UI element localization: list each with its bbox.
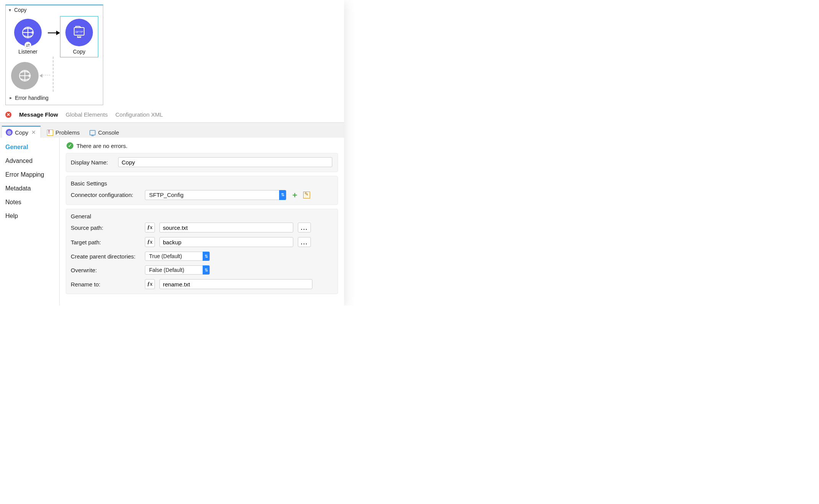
node-listener-label: Listener bbox=[18, 49, 37, 55]
panel-tab-problems-label: Problems bbox=[55, 129, 80, 136]
create-parent-value: True (Default) bbox=[149, 253, 203, 259]
error-indicator-icon: ✕ bbox=[5, 112, 11, 118]
property-side-nav: General Advanced Error Mapping Metadata … bbox=[0, 138, 59, 306]
sidebar-item-metadata[interactable]: Metadata bbox=[5, 185, 54, 192]
flow-arrow-icon bbox=[48, 33, 59, 33]
overwrite-value: False (Default) bbox=[149, 267, 203, 273]
problems-icon bbox=[47, 130, 53, 136]
source-path-input[interactable] bbox=[159, 223, 293, 232]
collapse-icon: ▼ bbox=[8, 8, 12, 12]
chevron-updown-icon: ⇅ bbox=[279, 190, 286, 200]
error-handling-label: Error handling bbox=[15, 95, 49, 101]
panel-tab-console-label: Console bbox=[98, 129, 119, 136]
sidebar-item-help[interactable]: Help bbox=[5, 213, 54, 219]
rename-to-input[interactable] bbox=[159, 279, 312, 289]
flow-container[interactable]: ▼ Copy ⇄ Listener bbox=[5, 5, 103, 105]
connector-config-select[interactable]: SFTP_Config ⇅ bbox=[145, 190, 286, 200]
fx-button-rename[interactable]: ƒx bbox=[145, 279, 155, 289]
add-config-button[interactable]: ＋ bbox=[291, 190, 299, 200]
lane-divider-icon bbox=[53, 57, 54, 92]
panel-tab-console[interactable]: Console bbox=[86, 127, 123, 138]
sidebar-item-general[interactable]: General bbox=[5, 144, 54, 151]
target-path-input[interactable] bbox=[159, 237, 293, 247]
panel-tab-copy[interactable]: ◎ Copy ✕ bbox=[2, 126, 41, 138]
chevron-updown-icon: ⇅ bbox=[203, 252, 210, 261]
expand-icon: ▼ bbox=[8, 96, 13, 100]
error-listener-icon bbox=[11, 62, 39, 89]
node-listener[interactable]: ⇄ Listener bbox=[9, 19, 47, 55]
panel-tab-copy-label: Copy bbox=[15, 129, 28, 136]
general-section-title: General bbox=[71, 213, 333, 219]
connector-config-label: Connector configuration: bbox=[71, 192, 140, 198]
status-bar: ✓ There are no errors. bbox=[66, 141, 338, 153]
browse-button-source[interactable]: ... bbox=[298, 223, 311, 232]
target-path-label: Target path: bbox=[71, 239, 140, 245]
node-error-listener[interactable] bbox=[11, 62, 39, 89]
fx-button-target[interactable]: ƒx bbox=[145, 237, 155, 247]
tab-global-elements[interactable]: Global Elements bbox=[66, 111, 108, 118]
connector-config-value: SFTP_Config bbox=[149, 192, 184, 198]
sidebar-item-notes[interactable]: Notes bbox=[5, 199, 54, 206]
sidebar-item-error-mapping[interactable]: Error Mapping bbox=[5, 171, 54, 178]
source-path-label: Source path: bbox=[71, 224, 140, 231]
svg-text:SFTP: SFTP bbox=[75, 30, 83, 34]
overwrite-select[interactable]: False (Default) ⇅ bbox=[145, 265, 210, 275]
tab-message-flow[interactable]: Message Flow bbox=[19, 111, 58, 118]
node-copy[interactable]: SFTP Copy bbox=[60, 16, 98, 57]
flow-header[interactable]: ▼ Copy bbox=[6, 5, 103, 13]
swap-icon: ⇄ bbox=[24, 42, 31, 49]
status-text: There are no errors. bbox=[76, 143, 127, 149]
rename-to-label: Rename to: bbox=[71, 281, 140, 288]
flow-title: Copy bbox=[14, 7, 27, 13]
overwrite-label: Overwrite: bbox=[71, 267, 140, 273]
error-handling-toggle[interactable]: ▼ Error handling bbox=[6, 93, 103, 102]
dashed-arrow-icon bbox=[41, 75, 50, 76]
browse-button-target[interactable]: ... bbox=[298, 237, 311, 247]
sftp-copy-icon: SFTP bbox=[65, 19, 93, 46]
fx-button-source[interactable]: ƒx bbox=[145, 223, 155, 232]
create-parent-label: Create parent directories: bbox=[71, 253, 140, 260]
ok-icon: ✓ bbox=[67, 142, 73, 149]
display-name-label: Display Name: bbox=[71, 159, 114, 166]
sidebar-item-advanced[interactable]: Advanced bbox=[5, 158, 54, 164]
component-icon: ◎ bbox=[6, 129, 13, 136]
node-copy-label: Copy bbox=[73, 49, 86, 55]
console-icon bbox=[89, 130, 96, 135]
create-parent-select[interactable]: True (Default) ⇅ bbox=[145, 252, 210, 261]
tab-configuration-xml[interactable]: Configuration XML bbox=[115, 111, 163, 118]
edit-config-button[interactable] bbox=[303, 192, 310, 198]
chevron-updown-icon: ⇅ bbox=[203, 265, 210, 275]
panel-tab-problems[interactable]: Problems bbox=[43, 127, 83, 138]
display-name-input[interactable] bbox=[118, 157, 332, 167]
listener-icon: ⇄ bbox=[14, 19, 42, 46]
close-icon[interactable]: ✕ bbox=[31, 129, 37, 135]
basic-settings-title: Basic Settings bbox=[71, 180, 333, 187]
